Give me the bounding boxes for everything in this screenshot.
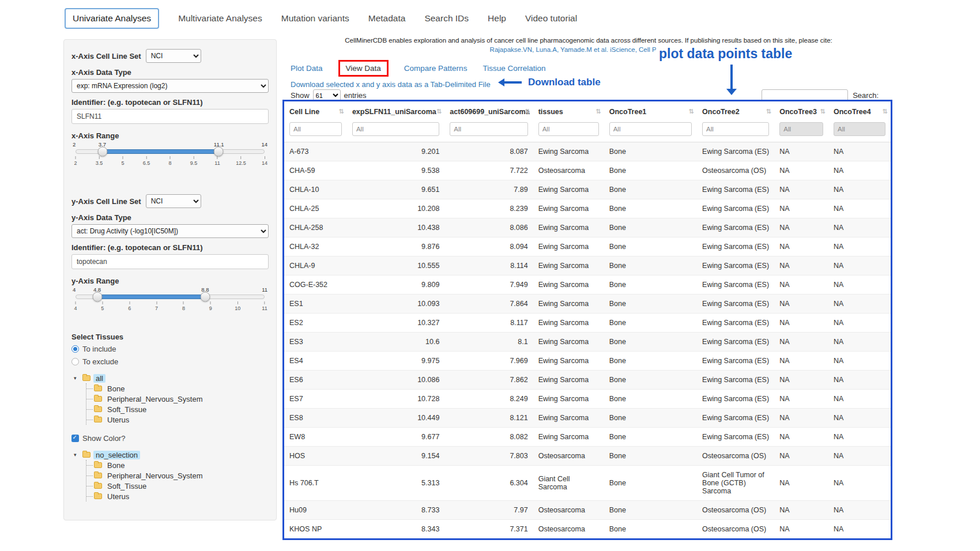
slider-handle-low[interactable] (98, 147, 108, 157)
y-data-type-select[interactable]: act: Drug Activity (-log10[IC50M]) (71, 224, 269, 238)
nav-tab-video-tutorial[interactable]: Video tutorial (525, 9, 577, 28)
column-filter-input-act609699-unisarcoma[interactable] (450, 122, 527, 136)
sort-icon[interactable]: ⇅ (525, 108, 530, 115)
table-cell: NA (774, 501, 828, 520)
folder-icon (94, 473, 102, 478)
tree-item-peripheral_nervous_system[interactable]: Peripheral_Nervous_System (86, 470, 269, 481)
table-cell: NA (828, 447, 891, 466)
table-cell: NA (828, 199, 891, 218)
nav-tab-metadata[interactable]: Metadata (368, 9, 406, 28)
tree-root-all[interactable]: ▾all (74, 373, 269, 383)
column-header-oncotree4[interactable]: OncoTree4⇅ (828, 101, 891, 121)
sort-icon[interactable]: ⇅ (883, 108, 888, 115)
tree-item-label[interactable]: Uterus (105, 492, 131, 501)
slider-handle-high[interactable] (200, 292, 210, 302)
nav-tab-search-ids[interactable]: Search IDs (424, 9, 469, 28)
table-cell: Bone (604, 314, 697, 333)
column-filter-input-expslfn11-unisarcoma[interactable] (352, 122, 439, 136)
slider-track[interactable] (76, 149, 265, 154)
column-filter-input-oncotree1[interactable] (609, 122, 692, 136)
tree-root-no_selection[interactable]: ▾no_selection (74, 450, 269, 460)
radio-to-exclude[interactable]: To exclude (71, 356, 269, 367)
nav-tab-mutation-variants[interactable]: Mutation variants (281, 9, 349, 28)
table-cell: 9.651 (347, 180, 444, 199)
column-header-tissues[interactable]: tissues⇅ (533, 101, 604, 121)
table-cell: Bone (604, 333, 697, 352)
tab-plot-data[interactable]: Plot Data (291, 64, 323, 73)
slider-track[interactable] (76, 295, 265, 299)
column-header-act609699-unisarcoma[interactable]: act609699_uniSarcoma⇅ (444, 101, 533, 121)
table-row: Hs 706.T5.3136.304Giant Cell SarcomaBone… (284, 466, 891, 501)
sort-icon[interactable]: ⇅ (689, 108, 694, 115)
nav-tab-help[interactable]: Help (488, 9, 506, 28)
column-filter-input-oncotree4[interactable] (834, 122, 885, 136)
column-header-expslfn11-unisarcoma[interactable]: expSLFN11_uniSarcoma⇅ (347, 101, 444, 121)
table-cell: Ewing Sarcoma (533, 390, 604, 409)
tree-item-label[interactable]: Uterus (105, 416, 131, 424)
tree-item-label[interactable]: Peripheral_Nervous_System (105, 395, 205, 403)
tab-tissue-correlation[interactable]: Tissue Correlation (483, 64, 545, 73)
slider-handle-low[interactable] (93, 292, 103, 302)
tree-item-label[interactable]: Soft_Tissue (105, 482, 149, 490)
tree-item-label[interactable]: Peripheral_Nervous_System (105, 471, 205, 480)
annotation-down-arrow-icon (726, 65, 737, 95)
table-cell: 8.082 (444, 428, 533, 447)
slider-tick: 5 (101, 301, 104, 311)
table-cell: 7.97 (444, 501, 533, 520)
column-filter-input-oncotree2[interactable] (702, 122, 769, 136)
tree-root-label[interactable]: all (93, 374, 105, 383)
column-header-oncotree1[interactable]: OncoTree1⇅ (604, 101, 697, 121)
table-cell: Bone (604, 520, 697, 539)
table-cell: Bone (604, 390, 697, 409)
tree-caret-icon[interactable]: ▾ (74, 452, 82, 458)
sort-icon[interactable]: ⇅ (436, 108, 442, 115)
slider-ticks: 23.556.589.51112.514 (76, 156, 265, 168)
tree-item-label[interactable]: Bone (105, 461, 127, 470)
tree-item-bone[interactable]: Bone (86, 460, 269, 470)
sort-icon[interactable]: ⇅ (820, 108, 826, 115)
table-cell: Bone (604, 180, 697, 199)
tree-item-soft_tissue[interactable]: Soft_Tissue (86, 404, 269, 414)
nav-tab-univariate-analyses[interactable]: Univariate Analyses (65, 8, 159, 29)
tree-item-label[interactable]: Soft_Tissue (105, 405, 149, 414)
show-color-checkbox[interactable]: Show Color? (71, 433, 269, 444)
x-cell-line-set-select[interactable]: NCI (146, 49, 201, 63)
tab-compare-patterns[interactable]: Compare Patterns (404, 64, 468, 73)
tree-item-label[interactable]: Bone (105, 384, 127, 393)
column-header-oncotree3[interactable]: OncoTree3⇅ (774, 101, 828, 121)
table-cell: Ewing Sarcoma (533, 333, 604, 352)
x-data-type-select[interactable]: exp: mRNA Expression (log2) (71, 79, 269, 93)
sort-icon[interactable]: ⇅ (339, 108, 344, 115)
column-header-cell-line[interactable]: Cell Line⇅ (284, 101, 347, 121)
sort-icon[interactable]: ⇅ (595, 108, 601, 115)
tree-item-bone[interactable]: Bone (86, 383, 269, 394)
column-filter-input-tissues[interactable] (538, 122, 599, 136)
table-cell: CHA-59 (284, 161, 347, 180)
tree-item-uterus[interactable]: Uterus (86, 491, 269, 501)
y-identifier-input[interactable] (71, 254, 269, 269)
table-cell: NA (774, 390, 828, 409)
tree-root-label[interactable]: no_selection (93, 451, 140, 459)
table-cell: NA (774, 314, 828, 333)
y-cell-line-set-select[interactable]: NCI (146, 194, 201, 208)
sort-icon[interactable]: ⇅ (766, 108, 771, 115)
table-cell: 9.876 (347, 237, 444, 256)
column-filter-input-cell-line[interactable] (289, 122, 342, 136)
x-identifier-input[interactable] (71, 109, 269, 124)
tree-item-peripheral_nervous_system[interactable]: Peripheral_Nervous_System (86, 394, 269, 404)
slider-handle-high[interactable] (214, 147, 224, 157)
tree-item-soft_tissue[interactable]: Soft_Tissue (86, 481, 269, 491)
tree-caret-icon[interactable]: ▾ (74, 375, 82, 381)
download-tab-delimited-link[interactable]: Download selected x and y axis data as a… (291, 80, 491, 89)
radio-to-include[interactable]: To include (71, 344, 269, 354)
slider-tick: 9 (209, 301, 212, 311)
table-cell: Bone (604, 501, 697, 520)
column-filter-input-oncotree3[interactable] (779, 122, 823, 136)
tree-item-uterus[interactable]: Uterus (86, 414, 269, 425)
slider-tick: 6.5 (143, 156, 150, 166)
tab-view-data[interactable]: View Data (346, 64, 381, 73)
column-header-oncotree2[interactable]: OncoTree2⇅ (697, 101, 774, 121)
x-cell-line-set-label: x-Axis Cell Line Set (71, 52, 141, 61)
nav-tab-multivariate-analyses[interactable]: Multivariate Analyses (178, 9, 262, 28)
table-cell: NA (774, 295, 828, 314)
